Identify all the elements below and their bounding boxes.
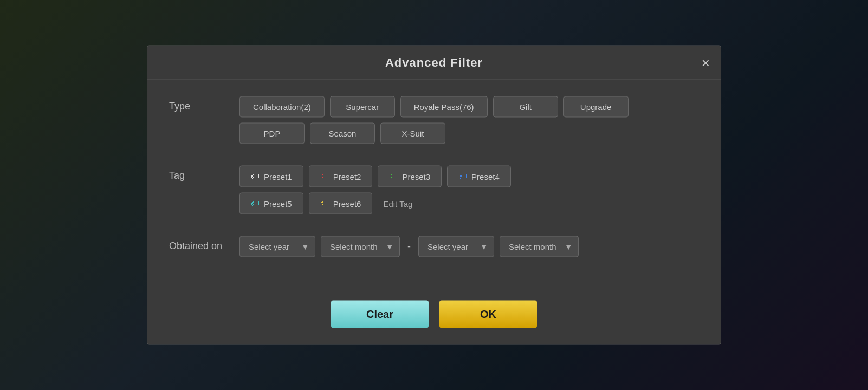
type-btn-pdp[interactable]: PDP <box>239 123 305 144</box>
obtained-row: Select year 2021 2022 2023 2024 ▼ Select… <box>239 236 699 257</box>
tag-preset2-btn[interactable]: 🏷 Preset2 <box>309 166 373 187</box>
preset2-icon: 🏷 <box>320 172 329 181</box>
month1-select[interactable]: Select month January February March Apri… <box>321 236 400 257</box>
preset1-label: Preset1 <box>264 172 292 181</box>
tag-preset4-btn[interactable]: 🏷 Preset4 <box>447 166 511 187</box>
tag-preset6-btn[interactable]: 🏷 Preset6 <box>309 193 373 214</box>
clear-button[interactable]: Clear <box>331 301 429 328</box>
type-btn-season[interactable]: Season <box>310 123 375 144</box>
tag-preset1-btn[interactable]: 🏷 Preset1 <box>239 166 303 187</box>
preset5-label: Preset5 <box>264 199 292 208</box>
tag-label: Tag <box>169 166 239 181</box>
type-btn-collaboration[interactable]: Collaboration(2) <box>239 96 325 118</box>
tag-row-1: 🏷 Preset1 🏷 Preset2 🏷 Preset3 🏷 <box>239 166 699 187</box>
type-content: Collaboration(2) Supercar Royale Pass(76… <box>239 96 699 150</box>
obtained-content: Select year 2021 2022 2023 2024 ▼ Select… <box>239 236 699 257</box>
type-section: Type Collaboration(2) Supercar Royale Pa… <box>169 96 699 150</box>
modal-header: Advanced Filter × <box>147 46 721 80</box>
modal-title: Advanced Filter <box>385 56 483 70</box>
preset3-label: Preset3 <box>402 172 430 181</box>
date-range-dash: - <box>405 241 413 252</box>
preset4-icon: 🏷 <box>458 172 467 181</box>
tag-section: Tag 🏷 Preset1 🏷 Preset2 🏷 Pr <box>169 166 699 220</box>
preset6-label: Preset6 <box>333 199 361 208</box>
preset2-label: Preset2 <box>333 172 361 181</box>
edit-tag-button[interactable]: Edit Tag <box>378 193 418 213</box>
modal-wrapper: Advanced Filter × Type Collaboration(2) … <box>147 46 721 345</box>
type-btn-supercar[interactable]: Supercar <box>330 96 395 118</box>
advanced-filter-modal: Advanced Filter × Type Collaboration(2) … <box>147 46 721 345</box>
obtained-label: Obtained on <box>169 236 239 252</box>
modal-footer: Clear OK <box>147 290 721 344</box>
preset1-icon: 🏷 <box>251 172 260 181</box>
type-btn-royale-pass[interactable]: Royale Pass(76) <box>400 96 488 118</box>
year2-dropdown-wrapper: Select year 2021 2022 2023 2024 ▼ <box>418 236 494 257</box>
close-button[interactable]: × <box>702 56 710 70</box>
tag-preset3-btn[interactable]: 🏷 Preset3 <box>378 166 442 187</box>
modal-body: Type Collaboration(2) Supercar Royale Pa… <box>147 80 721 290</box>
preset3-icon: 🏷 <box>389 172 398 181</box>
obtained-section: Obtained on Select year 2021 2022 2023 2… <box>169 236 699 257</box>
month2-dropdown-wrapper: Select month January February March Apri… <box>500 236 579 257</box>
ok-button[interactable]: OK <box>439 301 537 328</box>
year1-select[interactable]: Select year 2021 2022 2023 2024 <box>239 236 315 257</box>
year2-select[interactable]: Select year 2021 2022 2023 2024 <box>418 236 494 257</box>
type-row-2: PDP Season X-Suit <box>239 123 699 144</box>
year1-dropdown-wrapper: Select year 2021 2022 2023 2024 ▼ <box>239 236 315 257</box>
type-btn-gilt[interactable]: Gilt <box>493 96 558 118</box>
month1-dropdown-wrapper: Select month January February March Apri… <box>321 236 400 257</box>
type-btn-upgrade[interactable]: Upgrade <box>563 96 629 118</box>
preset6-icon: 🏷 <box>320 199 329 209</box>
tag-preset5-btn[interactable]: 🏷 Preset5 <box>239 193 303 214</box>
tag-content: 🏷 Preset1 🏷 Preset2 🏷 Preset3 🏷 <box>239 166 699 220</box>
type-btn-x-suit[interactable]: X-Suit <box>380 123 445 144</box>
type-row-1: Collaboration(2) Supercar Royale Pass(76… <box>239 96 699 118</box>
preset4-label: Preset4 <box>471 172 500 181</box>
tag-row-2: 🏷 Preset5 🏷 Preset6 Edit Tag <box>239 193 699 214</box>
preset5-icon: 🏷 <box>251 199 260 209</box>
month2-select[interactable]: Select month January February March Apri… <box>500 236 579 257</box>
type-label: Type <box>169 96 239 112</box>
